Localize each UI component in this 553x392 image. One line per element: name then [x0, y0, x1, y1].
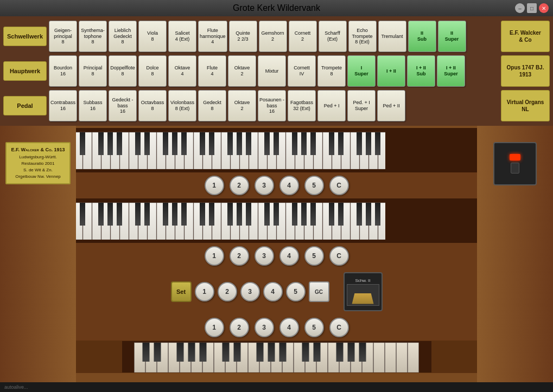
piston-set[interactable]: Set — [171, 281, 192, 302]
nameplate-line2: Ludwigsburg-Württ. — [10, 154, 66, 160]
stop-btn-pedal-8[interactable]: Fagotbass 32 (Ext) — [288, 90, 316, 121]
stop-btn-schwellwerk-1[interactable]: Synthema- tophone 8 — [79, 21, 107, 52]
stop-btn-pedal-4[interactable]: Violonbass 8 (Ext) — [168, 90, 196, 121]
stop-btn-schwellwerk-8[interactable]: Cornett 2 — [289, 21, 317, 52]
statusbar: autoalive... — [0, 382, 553, 392]
piston-3-c[interactable]: C — [329, 318, 349, 337]
swell-light — [510, 154, 520, 160]
piston-m-4[interactable]: 4 — [263, 282, 283, 301]
piston-gc[interactable]: GC — [309, 281, 329, 302]
piston-1-1[interactable]: 1 — [205, 176, 224, 195]
stop-btn-schwellwerk-9[interactable]: Scharff (Ext) — [319, 21, 347, 52]
stop-btn-schwellwerk-12[interactable]: II Sub — [408, 21, 436, 52]
stop-btn-schwellwerk-11[interactable]: Tremulant — [378, 21, 406, 52]
stop-btn-hauptwerk-9[interactable]: Trompete 8 — [317, 55, 346, 87]
stop-btn-schwellwerk-10[interactable]: Echo Trompete 8 (Ext) — [348, 21, 377, 52]
statusbar-text: autoalive... — [4, 384, 28, 390]
left-panel: E.F. Walcker & Co. 1913 Ludwigsburg-Würt… — [0, 126, 76, 382]
nameplate-line1: E.F. Walcker & Co. 1913 — [10, 146, 66, 154]
piston-1-3[interactable]: 3 — [255, 176, 274, 195]
keyboard-area: 1 2 3 4 5 C 1 2 3 4 5 C Set — [76, 126, 477, 382]
piston-3-3[interactable]: 3 — [255, 318, 274, 337]
stops-container-hauptwerk: Bourdon 16Principal 8Doppelflote 8Dolce … — [49, 55, 499, 87]
piston-2-2[interactable]: 2 — [230, 246, 249, 266]
stop-btn-hauptwerk-10[interactable]: I Super — [347, 55, 376, 87]
piston-2-4[interactable]: 4 — [279, 246, 299, 266]
titlebar-controls: – □ ✕ — [515, 3, 549, 13]
stop-btn-hauptwerk-6[interactable]: Oktave 2 — [228, 55, 256, 87]
stop-btn-pedal-6[interactable]: Oktave 2 — [228, 90, 256, 121]
stop-btn-schwellwerk-3[interactable]: Viola 8 — [138, 21, 167, 52]
swell-knob[interactable] — [511, 163, 519, 173]
stop-btn-schwellwerk-13[interactable]: II Super — [438, 21, 466, 52]
stop-btn-pedal-5[interactable]: Gedeckt 8 — [198, 90, 226, 121]
piston-3-2[interactable]: 2 — [230, 318, 249, 337]
stops-container-pedal: Contrabass 16Subbass 16Gedeckt - bass 16… — [49, 90, 499, 121]
stop-btn-pedal-7[interactable]: Posaunen - bass 16 — [258, 90, 286, 121]
stop-btn-pedal-9[interactable]: Ped + I — [317, 90, 346, 121]
stops-container-schwellwerk: Geigen- principal 8Synthema- tophone 8Li… — [49, 21, 499, 52]
piston-2-1[interactable]: 1 — [205, 246, 224, 266]
maximize-button[interactable]: □ — [527, 3, 537, 13]
piston-2-3[interactable]: 3 — [255, 246, 274, 266]
stop-btn-schwellwerk-7[interactable]: Gemshorn 2 — [259, 21, 287, 52]
piston-3-5[interactable]: 5 — [304, 318, 324, 337]
piston-1-5[interactable]: 5 — [304, 176, 324, 195]
main: SchwellwerkGeigen- principal 8Synthema- … — [0, 16, 553, 392]
stop-btn-schwellwerk-5[interactable]: Flute harmonique 4 — [198, 21, 227, 52]
stop-btn-pedal-11[interactable]: Ped + II — [377, 90, 405, 121]
piston-m-2[interactable]: 2 — [218, 282, 237, 301]
stop-btn-hauptwerk-7[interactable]: Mixtur — [258, 55, 286, 87]
right-panel — [477, 126, 553, 382]
swell-label: Schw. II — [355, 278, 370, 283]
swell-pedal-indicator: Schw. II — [344, 272, 383, 311]
stop-btn-pedal-2[interactable]: Gedeckt - bass 16 — [109, 90, 137, 121]
stop-btn-hauptwerk-13[interactable]: I + II Super — [437, 55, 465, 87]
stop-btn-pedal-3[interactable]: Octavbass 8 — [138, 90, 167, 121]
pistons-row-3: 1 2 3 4 5 C — [76, 314, 477, 340]
stop-btn-hauptwerk-11[interactable]: I + II — [377, 55, 405, 87]
pistons-main-row: Set 1 2 3 4 5 GC Schw. II — [76, 269, 477, 314]
stop-btn-pedal-0[interactable]: Contrabass 16 — [49, 90, 77, 121]
stop-btn-hauptwerk-4[interactable]: Oktave 4 — [168, 55, 196, 87]
pistons-row-1: 1 2 3 4 5 C — [76, 172, 477, 198]
right-label-hauptwerk: Opus 1747 BJ. 1913 — [501, 55, 550, 87]
row-label-pedal: Pedal — [3, 96, 47, 115]
piston-3-4[interactable]: 4 — [279, 318, 299, 337]
piston-1-2[interactable]: 2 — [230, 176, 249, 195]
stops-area: SchwellwerkGeigen- principal 8Synthema- … — [0, 16, 553, 126]
piston-m-1[interactable]: 1 — [195, 282, 214, 301]
row-label-schwellwerk: Schwellwerk — [3, 27, 47, 46]
stop-btn-schwellwerk-2[interactable]: Lieblich Gedeckt 8 — [109, 21, 137, 52]
piston-m-3[interactable]: 3 — [240, 282, 260, 301]
stop-btn-pedal-10[interactable]: Ped. + I Super — [347, 90, 376, 121]
stop-btn-hauptwerk-12[interactable]: I + II Sub — [407, 55, 435, 87]
piston-m-5[interactable]: 5 — [286, 282, 306, 301]
swell-visual — [347, 284, 379, 306]
titlebar: Grote Kerk Wildervank – □ ✕ — [0, 0, 553, 16]
titlebar-title: Grote Kerk Wildervank — [233, 3, 320, 13]
upper-manual-section — [76, 128, 477, 172]
stop-btn-hauptwerk-8[interactable]: Cornett IV — [288, 55, 316, 87]
piston-2-c[interactable]: C — [329, 246, 349, 266]
stop-btn-hauptwerk-1[interactable]: Principal 8 — [79, 55, 107, 87]
minimize-button[interactable]: – — [515, 3, 525, 13]
stop-btn-schwellwerk-6[interactable]: Quinte 2 2/3 — [229, 21, 257, 52]
stop-btn-hauptwerk-5[interactable]: Flute 4 — [198, 55, 226, 87]
lower-manual[interactable] — [76, 201, 385, 240]
stop-btn-hauptwerk-3[interactable]: Dolce 8 — [138, 55, 167, 87]
pedalboard-canvas[interactable] — [122, 341, 431, 372]
piston-2-5[interactable]: 5 — [304, 246, 324, 266]
pistons-row-2: 1 2 3 4 5 C — [76, 243, 477, 269]
piston-1-c[interactable]: C — [329, 176, 349, 195]
piston-3-1[interactable]: 1 — [205, 318, 224, 337]
upper-manual[interactable] — [76, 130, 385, 169]
stop-btn-pedal-1[interactable]: Subbass 16 — [79, 90, 107, 121]
pedalboard — [76, 340, 477, 373]
stop-btn-schwellwerk-4[interactable]: Salicet 4 (Ext) — [168, 21, 196, 52]
stop-btn-schwellwerk-0[interactable]: Geigen- principal 8 — [49, 21, 77, 52]
close-button[interactable]: ✕ — [539, 3, 549, 13]
stop-btn-hauptwerk-0[interactable]: Bourdon 16 — [49, 55, 77, 87]
piston-1-4[interactable]: 4 — [279, 176, 299, 195]
stop-btn-hauptwerk-2[interactable]: Doppelflote 8 — [109, 55, 137, 87]
